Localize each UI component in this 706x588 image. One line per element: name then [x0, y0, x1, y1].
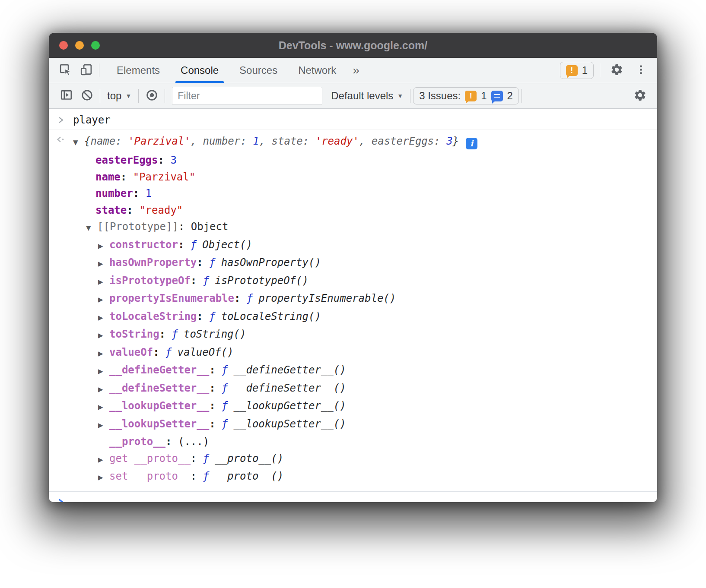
- function-symbol: ƒ: [172, 326, 178, 343]
- log-levels-dropdown[interactable]: Default levels ▼: [327, 90, 407, 102]
- console-settings-button[interactable]: [630, 89, 650, 104]
- property-key: set __proto__: [109, 468, 191, 485]
- preview-token: state: [272, 135, 303, 147]
- property-row[interactable]: number: 1: [73, 185, 657, 202]
- devtools-settings-button[interactable]: [606, 63, 627, 78]
- method-row[interactable]: ▶valueOf: ƒvalueOf(): [73, 344, 657, 362]
- preview-token: }: [453, 135, 459, 147]
- method-row[interactable]: ▶hasOwnProperty: ƒhasOwnProperty(): [73, 254, 657, 272]
- tab-elements[interactable]: Elements: [106, 58, 170, 83]
- console-log: player ▼ {name: 'Parzival', number: 1, s…: [49, 109, 657, 502]
- tab-console[interactable]: Console: [170, 58, 229, 83]
- chevron-down-icon: ▼: [125, 92, 131, 99]
- colon: :: [165, 433, 178, 450]
- devtools-window: DevTools - www.google.com/ Elements Cons…: [49, 33, 657, 502]
- console-prompt[interactable]: [49, 491, 657, 503]
- getter-row[interactable]: ▶get __proto__: ƒ__proto__(): [73, 450, 657, 468]
- property-key: __defineGetter__: [109, 362, 209, 379]
- create-live-expression-button[interactable]: [141, 89, 162, 104]
- method-row[interactable]: ▶__defineGetter__: ƒ__defineGetter__(): [73, 362, 657, 380]
- method-row[interactable]: ▶toString: ƒtoString(): [73, 326, 657, 344]
- property-key: number: [95, 185, 133, 202]
- proto-accessor-row[interactable]: __proto__: (...): [73, 433, 657, 450]
- toolbar-divider: [600, 63, 600, 77]
- expand-arrow-icon[interactable]: ▶: [98, 469, 109, 486]
- setter-row[interactable]: ▶set __proto__: ƒ__proto__(): [73, 468, 657, 486]
- clear-console-button[interactable]: [76, 89, 97, 104]
- method-row[interactable]: ▶propertyIsEnumerable: ƒpropertyIsEnumer…: [73, 290, 657, 308]
- devtools-tabbar: Elements Console Sources Network » ! 1: [49, 58, 657, 83]
- tab-sources[interactable]: Sources: [229, 58, 288, 83]
- expand-arrow-icon[interactable]: ▶: [98, 238, 109, 255]
- property-key: valueOf: [109, 344, 153, 361]
- collapse-arrow-icon[interactable]: ▼: [73, 134, 84, 151]
- tab-label: Console: [181, 64, 219, 76]
- preview-token: ,: [259, 135, 272, 147]
- expand-arrow-icon[interactable]: ▶: [98, 399, 109, 416]
- property-row[interactable]: easterEggs: 3: [73, 152, 657, 169]
- expand-arrow-icon[interactable]: ▶: [98, 417, 109, 434]
- preview-token: :: [115, 135, 128, 147]
- method-row[interactable]: ▶__lookupGetter__: ƒ__lookupGetter__(): [73, 398, 657, 416]
- property-key: hasOwnProperty: [109, 254, 197, 271]
- property-value: 1: [146, 185, 152, 202]
- expand-arrow-icon[interactable]: ▶: [98, 256, 109, 272]
- chevron-down-icon: ▼: [397, 92, 403, 99]
- method-row[interactable]: ▶toLocaleString: ƒtoLocaleString(): [73, 308, 657, 326]
- property-key: __lookupSetter__: [109, 416, 209, 433]
- colon: :: [127, 202, 139, 219]
- tab-network[interactable]: Network: [288, 58, 347, 83]
- filter-input[interactable]: [172, 87, 322, 105]
- object-preview-row[interactable]: ▼ {name: 'Parzival', number: 1, state: '…: [73, 133, 657, 151]
- show-console-sidebar-button[interactable]: [56, 89, 76, 104]
- error-counter-button[interactable]: ! 1: [560, 62, 594, 79]
- method-row[interactable]: ▶__lookupSetter__: ƒ__lookupSetter__(): [73, 416, 657, 434]
- method-row[interactable]: ▶__defineSetter__: ƒ__defineSetter__(): [73, 380, 657, 398]
- toolbar-divider: [100, 89, 100, 103]
- function-signature: __defineGetter__(): [234, 362, 346, 379]
- property-value: "Parzival": [133, 169, 196, 186]
- expand-arrow-icon[interactable]: ▶: [98, 310, 109, 326]
- method-row[interactable]: ▶isPrototypeOf: ƒisPrototypeOf(): [73, 272, 657, 291]
- info-icon[interactable]: i: [466, 138, 477, 149]
- preview-token: :: [303, 135, 315, 147]
- javascript-context-dropdown[interactable]: top ▼: [103, 90, 136, 102]
- colon: :: [158, 152, 171, 169]
- colon: :: [133, 185, 146, 202]
- property-value: (...): [178, 433, 209, 450]
- colon: :: [191, 468, 203, 485]
- expand-arrow-icon[interactable]: ▶: [98, 291, 109, 308]
- expand-arrow-icon[interactable]: ▶: [98, 345, 109, 362]
- toggle-device-toolbar-button[interactable]: [76, 58, 96, 83]
- function-signature: isPrototypeOf(): [215, 272, 308, 289]
- expand-arrow-icon[interactable]: ▶: [98, 363, 109, 380]
- property-row[interactable]: state: "ready": [73, 202, 657, 219]
- issues-label: 3 Issues:: [419, 90, 461, 102]
- expand-arrow-icon[interactable]: ▶: [98, 452, 109, 468]
- function-symbol: ƒ: [203, 272, 209, 289]
- property-row[interactable]: name: "Parzival": [73, 169, 657, 186]
- tab-label: Sources: [239, 64, 277, 76]
- inspect-element-button[interactable]: [55, 58, 76, 83]
- expand-arrow-icon[interactable]: ▶: [98, 381, 109, 398]
- prototype-row[interactable]: ▼[[Prototype]]: Object: [73, 218, 657, 237]
- more-tabs-button[interactable]: »: [347, 58, 366, 83]
- property-key: [[Prototype]]: [97, 218, 178, 235]
- expand-arrow-icon[interactable]: ▶: [98, 327, 109, 344]
- property-key: name: [95, 169, 121, 186]
- colon: :: [209, 398, 222, 414]
- method-row[interactable]: ▶constructor: ƒObject(): [73, 237, 657, 255]
- tabbar-right-cluster: ! 1: [560, 58, 651, 83]
- function-signature: __proto__(): [215, 450, 283, 467]
- colon: :: [153, 344, 165, 361]
- expand-arrow-icon[interactable]: ▶: [98, 274, 109, 291]
- colon: :: [234, 290, 247, 307]
- issues-counter-button[interactable]: 3 Issues: ! 1 2: [413, 87, 519, 104]
- preview-token: number: [203, 135, 241, 147]
- property-key: __proto__: [109, 433, 165, 450]
- preview-token: ,: [191, 135, 203, 147]
- preview-token: :: [434, 135, 446, 147]
- colon: :: [197, 308, 209, 325]
- main-menu-button[interactable]: [630, 64, 651, 77]
- collapse-arrow-icon[interactable]: ▼: [86, 220, 97, 237]
